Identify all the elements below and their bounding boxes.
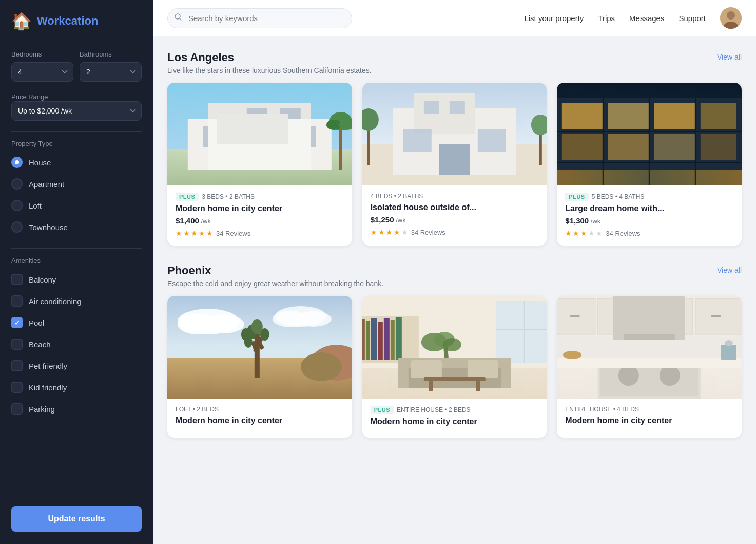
sidebar: 🏠 Workcation Bedrooms 123456+ Bathrooms … xyxy=(0,0,153,544)
card-la-1[interactable]: PLUS 3 BEDS • 2 BATHS Modern home in cit… xyxy=(167,83,352,246)
checkbox-air-conditioning xyxy=(11,295,23,307)
user-avatar[interactable] xyxy=(720,7,742,29)
amenity-pet-friendly[interactable]: Pet friendly xyxy=(11,355,142,377)
section-los-angeles: Los Angeles Live like the stars in these… xyxy=(167,51,742,246)
section-los-angeles-header: Los Angeles Live like the stars in these… xyxy=(167,51,742,74)
amenity-balcony[interactable]: Balcony xyxy=(11,269,142,290)
svg-rect-88 xyxy=(423,377,485,381)
card-la-2-per-wk: /wk xyxy=(394,216,406,224)
svg-rect-85 xyxy=(500,358,511,388)
property-type-house[interactable]: House xyxy=(11,152,142,173)
search-input[interactable] xyxy=(167,8,352,28)
logo-cation: cation xyxy=(65,14,99,27)
property-type-townhouse[interactable]: Townhouse xyxy=(11,216,142,238)
svg-rect-33 xyxy=(608,103,649,129)
card-phx-1-title: Modern home in city center xyxy=(176,416,344,425)
checkbox-kid-friendly xyxy=(11,382,23,393)
property-type-loft[interactable]: Loft xyxy=(11,195,142,216)
logo-text: Workcation xyxy=(37,14,98,28)
svg-rect-71 xyxy=(362,319,365,360)
property-type-apartment[interactable]: Apartment xyxy=(11,173,142,195)
svg-rect-9 xyxy=(247,108,267,124)
section-los-angeles-title: Los Angeles xyxy=(167,51,372,64)
card-la-2-stars-row: ★ ★ ★ ★ ★ 34 Reviews xyxy=(371,228,539,236)
svg-rect-97 xyxy=(570,315,580,317)
section-phoenix: Phoenix Escape the cold and enjoy great … xyxy=(167,264,742,438)
amenity-parking[interactable]: Parking xyxy=(11,398,142,420)
card-la-3[interactable]: PLUS 5 BEDS • 4 BATHS Large dream home w… xyxy=(557,83,742,246)
view-all-los-angeles[interactable]: View all xyxy=(717,53,742,61)
nav-list-property[interactable]: List your property xyxy=(524,14,584,23)
card-la-1-image xyxy=(167,83,352,185)
card-la-1-stars: ★ ★ ★ ★ ★ xyxy=(176,229,213,237)
checkbox-parking xyxy=(11,403,23,415)
amenity-pool[interactable]: Pool xyxy=(11,312,142,333)
amenity-kid-friendly[interactable]: Kid friendly xyxy=(11,377,142,398)
card-phx-1[interactable]: LOFT • 2 BEDS Modern home in city center xyxy=(167,296,352,438)
card-phx-2-body: PLUS ENTIRE HOUSE • 2 BEDS Modern home i… xyxy=(362,399,547,438)
svg-rect-111 xyxy=(721,345,736,360)
card-la-1-badge: PLUS xyxy=(176,193,199,201)
section-phoenix-title: Phoenix xyxy=(167,264,383,277)
nav-support[interactable]: Support xyxy=(679,14,706,23)
property-type-list: House Apartment Loft Townhouse xyxy=(11,152,142,238)
card-la-2-image xyxy=(362,83,547,185)
nav-messages[interactable]: Messages xyxy=(629,14,664,23)
radio-loft xyxy=(11,200,23,211)
nav-trips[interactable]: Trips xyxy=(598,14,615,23)
svg-rect-72 xyxy=(365,321,370,360)
bathrooms-group: Bathrooms 12345+ xyxy=(80,50,142,82)
card-phx-3-type: ENTIRE HOUSE • 4 BEDS xyxy=(565,406,639,413)
amenity-air-conditioning[interactable]: Air conditioning xyxy=(11,290,142,312)
card-la-2-price-value: $1,250 xyxy=(371,215,394,224)
svg-rect-32 xyxy=(562,103,603,129)
bedrooms-group: Bedrooms 123456+ xyxy=(11,50,73,82)
card-la-3-price: $1,300 /wk xyxy=(565,216,733,225)
section-phoenix-subtitle: Escape the cold and enjoy great weather … xyxy=(167,279,383,288)
property-type-loft-label: Loft xyxy=(29,201,42,210)
card-phx-3[interactable]: ENTIRE HOUSE • 4 BEDS Modern home in cit… xyxy=(557,296,742,438)
bedrooms-select[interactable]: 123456+ xyxy=(11,62,73,82)
bathrooms-select[interactable]: 12345+ xyxy=(80,62,142,82)
card-la-3-reviews: 34 Reviews xyxy=(606,230,640,237)
star-5: ★ xyxy=(401,228,408,236)
svg-rect-37 xyxy=(608,134,649,160)
star-1: ★ xyxy=(176,229,182,237)
card-phx-3-body: ENTIRE HOUSE • 4 BEDS Modern home in cit… xyxy=(557,399,742,437)
svg-rect-21 xyxy=(403,129,431,152)
card-la-2[interactable]: 4 BEDS • 2 BATHS Isolated house outside … xyxy=(362,83,547,246)
card-phx-2[interactable]: PLUS ENTIRE HOUSE • 2 BEDS Modern home i… xyxy=(362,296,547,438)
svg-rect-10 xyxy=(280,108,301,124)
price-range-label: Price Range xyxy=(11,93,48,101)
phoenix-cards-grid: LOFT • 2 BEDS Modern home in city center xyxy=(167,296,742,438)
card-la-3-image xyxy=(557,83,742,185)
property-type-house-label: House xyxy=(29,158,51,167)
svg-rect-103 xyxy=(613,296,685,340)
amenity-beach[interactable]: Beach xyxy=(11,333,142,355)
svg-rect-102 xyxy=(557,337,742,358)
section-phoenix-info: Phoenix Escape the cold and enjoy great … xyxy=(167,264,383,288)
price-range-select[interactable]: Up to $500 /wk Up to $1,000 /wk Up to $1… xyxy=(11,101,142,121)
filters-panel: Bedrooms 123456+ Bathrooms 12345+ Price … xyxy=(0,42,153,498)
card-la-2-price: $1,250 /wk xyxy=(371,215,539,224)
view-all-phoenix[interactable]: View all xyxy=(717,266,742,274)
los-angeles-cards-grid: PLUS 3 BEDS • 2 BATHS Modern home in cit… xyxy=(167,83,742,246)
property-type-label: Property Type xyxy=(11,140,142,147)
logo-icon: 🏠 xyxy=(11,11,32,31)
card-la-1-body: PLUS 3 BEDS • 2 BATHS Modern home in cit… xyxy=(167,185,352,246)
update-results-button[interactable]: Update results xyxy=(11,506,142,532)
svg-rect-25 xyxy=(439,144,470,175)
property-type-apartment-label: Apartment xyxy=(29,180,64,189)
card-phx-2-title: Modern home in city center xyxy=(371,417,539,426)
svg-rect-74 xyxy=(378,322,382,360)
card-la-2-title: Isolated house outside of... xyxy=(371,203,539,212)
svg-point-110 xyxy=(563,351,581,359)
star-2: ★ xyxy=(573,229,579,237)
header: List your property Trips Messages Suppor… xyxy=(153,0,756,36)
svg-rect-8 xyxy=(203,126,229,147)
card-la-1-meta: PLUS 3 BEDS • 2 BATHS xyxy=(176,193,344,201)
svg-point-63 xyxy=(244,336,253,348)
svg-point-112 xyxy=(725,340,733,346)
radio-house xyxy=(11,157,23,168)
checkbox-pool xyxy=(11,317,23,328)
